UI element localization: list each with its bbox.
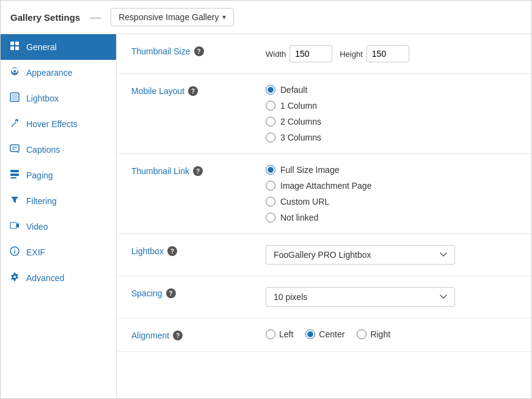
lightbox-select[interactable]: FooGallery PRO Lightbox None FooBox Free <box>266 245 455 265</box>
content-area: Thumbnail Size ? Width Height <box>117 34 531 398</box>
sidebar-item-appearance[interactable]: Appearance <box>1 60 116 86</box>
header-title: Gallery Settings <box>10 12 80 23</box>
mobile-layout-options: Default 1 Column 2 Columns 3 Columns <box>266 85 517 142</box>
wrench-icon <box>9 118 20 130</box>
spacing-row: Spacing ? 0 pixels 5 pixels 10 pixels 15… <box>117 276 531 318</box>
thumbnail-link-row: Thumbnail Link ? Full Size Image Image A… <box>117 154 531 234</box>
gear-icon <box>9 272 20 284</box>
paging-icon <box>9 169 20 181</box>
gallery-dropdown-label: Responsive Image Gallery <box>118 12 219 22</box>
sidebar-item-exif[interactable]: EXIF <box>1 240 116 265</box>
height-input[interactable] <box>366 45 409 62</box>
svg-rect-10 <box>10 170 19 172</box>
thumbnail-size-help-icon[interactable]: ? <box>194 46 204 56</box>
spacing-content: 0 pixels 5 pixels 10 pixels 15 pixels 20… <box>266 287 517 307</box>
mobile-layout-default[interactable]: Default <box>266 85 517 95</box>
spacing-help-icon[interactable]: ? <box>166 288 176 298</box>
main-layout: General Appearance Lightbox Hover Effect… <box>1 34 531 398</box>
sidebar-item-label: Appearance <box>26 68 73 78</box>
lightbox-row: Lightbox ? FooGallery PRO Lightbox None … <box>117 234 531 276</box>
lightbox-icon <box>9 92 20 104</box>
header-divider: — <box>90 11 101 24</box>
thumbnail-link-help-icon[interactable]: ? <box>193 166 203 176</box>
thumbnail-link-notlinked[interactable]: Not linked <box>266 213 517 222</box>
appearance-icon <box>9 67 20 79</box>
height-group: Height <box>340 45 409 62</box>
svg-rect-13 <box>10 222 16 229</box>
alignment-label: Alignment ? <box>131 329 266 340</box>
lightbox-label: Lightbox ? <box>131 245 266 256</box>
alignment-row: Alignment ? Left Center <box>117 318 531 352</box>
spacing-label: Spacing ? <box>131 287 266 298</box>
svg-rect-6 <box>12 94 18 100</box>
sidebar-item-label: Lightbox <box>26 93 59 103</box>
width-group: Width <box>266 45 332 62</box>
header: Gallery Settings — Responsive Image Gall… <box>1 1 531 34</box>
info-icon <box>9 246 20 258</box>
filter-icon <box>9 195 20 207</box>
sidebar-item-label: Paging <box>26 170 53 180</box>
mobile-layout-3col[interactable]: 3 Columns <box>266 133 517 142</box>
lightbox-help-icon[interactable]: ? <box>167 246 177 256</box>
sidebar-item-label: Filtering <box>26 196 57 206</box>
alignment-right[interactable]: Right <box>357 329 390 339</box>
thumbnail-link-custom[interactable]: Custom URL <box>266 197 517 207</box>
sidebar-item-paging[interactable]: Paging <box>1 163 116 188</box>
alignment-center[interactable]: Center <box>305 329 344 339</box>
svg-point-16 <box>14 249 15 250</box>
sidebar-item-filtering[interactable]: Filtering <box>1 188 116 214</box>
sidebar-item-label: General <box>26 42 57 52</box>
width-label: Width <box>266 49 286 59</box>
captions-icon <box>9 144 20 156</box>
gallery-dropdown-chevron: ▾ <box>222 13 226 21</box>
thumbnail-link-fullsize[interactable]: Full Size Image <box>266 165 517 175</box>
thumbnail-link-options: Full Size Image Image Attachment Page Cu… <box>266 165 517 222</box>
sidebar-item-advanced[interactable]: Advanced <box>1 265 116 291</box>
svg-rect-11 <box>10 174 19 176</box>
sidebar-item-lightbox[interactable]: Lightbox <box>1 86 116 111</box>
svg-rect-2 <box>10 46 14 50</box>
alignment-help-icon[interactable]: ? <box>173 331 183 340</box>
sidebar-item-label: Hover Effects <box>26 119 78 129</box>
sidebar-item-hover-effects[interactable]: Hover Effects <box>1 111 116 137</box>
video-icon <box>9 221 20 233</box>
thumbnail-size-label: Thumbnail Size ? <box>131 45 266 56</box>
app-container: Gallery Settings — Responsive Image Gall… <box>0 0 532 399</box>
mobile-layout-help-icon[interactable]: ? <box>188 86 198 96</box>
sidebar-item-video[interactable]: Video <box>1 214 116 240</box>
mobile-layout-label: Mobile Layout ? <box>131 85 266 96</box>
gallery-dropdown[interactable]: Responsive Image Gallery ▾ <box>111 8 234 26</box>
alignment-content: Left Center Right <box>266 329 517 339</box>
sidebar-item-label: EXIF <box>26 247 45 257</box>
svg-rect-0 <box>10 42 14 45</box>
svg-rect-3 <box>15 46 19 50</box>
svg-point-4 <box>13 70 16 73</box>
sidebar-item-label: Captions <box>26 145 60 155</box>
sidebar-item-label: Advanced <box>26 273 64 283</box>
svg-rect-7 <box>10 145 19 152</box>
thumbnail-link-label: Thumbnail Link ? <box>131 165 266 176</box>
sidebar-item-label: Video <box>26 222 48 232</box>
sidebar-item-general[interactable]: General <box>1 34 116 60</box>
thumbnail-link-attachment[interactable]: Image Attachment Page <box>266 181 517 191</box>
alignment-left[interactable]: Left <box>266 329 293 339</box>
thumbnail-size-row: Thumbnail Size ? Width Height <box>117 34 531 74</box>
mobile-layout-2col[interactable]: 2 Columns <box>266 117 517 126</box>
lightbox-content: FooGallery PRO Lightbox None FooBox Free <box>266 245 517 265</box>
height-label: Height <box>340 49 363 59</box>
thumbnail-size-content: Width Height <box>266 45 517 62</box>
sidebar: General Appearance Lightbox Hover Effect… <box>1 34 117 398</box>
sidebar-item-captions[interactable]: Captions <box>1 137 116 163</box>
svg-rect-1 <box>15 42 19 45</box>
svg-rect-12 <box>10 177 16 178</box>
spacing-select[interactable]: 0 pixels 5 pixels 10 pixels 15 pixels 20… <box>266 287 455 307</box>
width-input[interactable] <box>290 45 332 62</box>
mobile-layout-row: Mobile Layout ? Default 1 Column 2 Colum… <box>117 74 531 154</box>
mobile-layout-1col[interactable]: 1 Column <box>266 101 517 111</box>
grid-icon <box>9 41 20 53</box>
